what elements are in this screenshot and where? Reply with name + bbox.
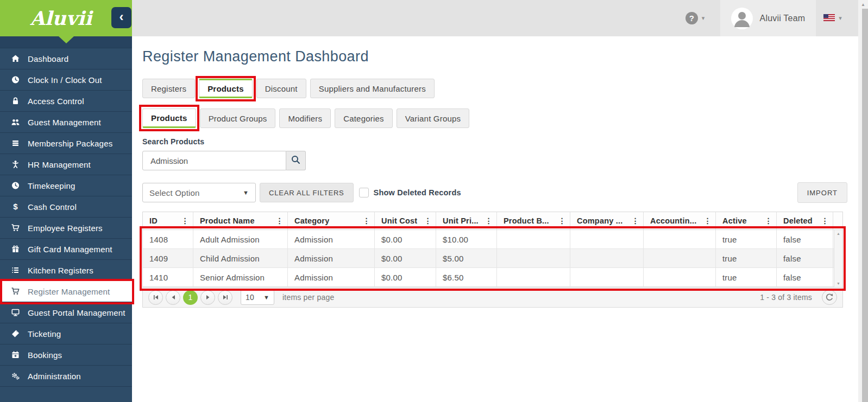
column-menu-icon[interactable]: ⋮ — [704, 216, 712, 225]
next-page-icon — [205, 294, 211, 301]
tab-products[interactable]: Products — [199, 79, 253, 98]
clear-all-filters-button[interactable]: CLEAR ALL FILTERS — [260, 183, 354, 202]
lock-icon — [10, 97, 20, 106]
sidebar-item-dashboard[interactable]: Dashboard — [0, 48, 132, 69]
column-header-accountin[interactable]: Accountin...⋮ — [644, 212, 716, 229]
checklist-icon — [10, 266, 20, 275]
sidebar-item-ticketing[interactable]: Ticketing — [0, 323, 132, 344]
sidebar-item-bookings[interactable]: Bookings — [0, 344, 132, 366]
table-cell — [570, 268, 644, 286]
tab-product-groups[interactable]: Product Groups — [200, 109, 276, 128]
import-button[interactable]: IMPORT — [797, 182, 847, 203]
sidebar-item-kitchen-registers[interactable]: Kitchen Registers — [0, 260, 132, 281]
refresh-button[interactable] — [822, 290, 837, 305]
column-header-product-b[interactable]: Product B...⋮ — [497, 212, 570, 229]
tab-registers[interactable]: Registers — [142, 79, 195, 98]
svg-text:$: $ — [13, 202, 18, 211]
column-menu-icon[interactable]: ⋮ — [424, 216, 432, 225]
table-cell — [644, 268, 716, 286]
column-header-unit-pri[interactable]: Unit Pri...⋮ — [436, 212, 497, 229]
tab-discount[interactable]: Discount — [256, 79, 306, 98]
first-page-button[interactable] — [148, 290, 163, 305]
sidebar-item-membership-packages[interactable]: Membership Packages — [0, 133, 132, 154]
sidebar-item-clock-in-clock-out[interactable]: Clock In / Clock Out — [0, 69, 132, 91]
page-scrollbar[interactable]: ▲ — [858, 0, 868, 402]
person-icon — [10, 160, 20, 169]
scrollbar-thumb[interactable] — [862, 9, 868, 402]
help-menu[interactable]: ? ▾ — [685, 12, 705, 24]
main-tabstrip: RegistersProductsDiscountSuppliers and M… — [142, 79, 847, 98]
search-input[interactable] — [142, 151, 286, 170]
filter-select[interactable]: Select Option ▼ — [142, 183, 256, 202]
scroll-up-icon[interactable]: ▲ — [858, 0, 868, 9]
column-header-unit-cost[interactable]: Unit Cost⋮ — [375, 212, 436, 229]
table-row[interactable]: 1409Child AdmissionAdmission$0.00$5.00tr… — [143, 249, 842, 268]
gift-icon — [10, 245, 20, 254]
column-menu-icon[interactable]: ⋮ — [363, 216, 370, 225]
column-label: Company ... — [577, 216, 622, 225]
sidebar-item-access-control[interactable]: Access Control — [0, 91, 132, 112]
current-page-button[interactable]: 1 — [183, 290, 198, 305]
tab-variant-groups[interactable]: Variant Groups — [397, 109, 470, 128]
table-cell: $5.00 — [436, 249, 497, 267]
column-menu-icon[interactable]: ⋮ — [765, 216, 772, 225]
column-menu-icon[interactable]: ⋮ — [181, 216, 189, 225]
column-menu-icon[interactable]: ⋮ — [632, 216, 639, 225]
table-cell — [570, 230, 644, 248]
column-menu-icon[interactable]: ⋮ — [821, 216, 829, 225]
sidebar-item-guest-management[interactable]: Guest Management — [0, 112, 132, 133]
column-header-company[interactable]: Company ...⋮ — [570, 212, 644, 229]
column-menu-icon[interactable]: ⋮ — [485, 216, 493, 225]
previous-page-button[interactable] — [166, 290, 180, 305]
show-deleted-label: Show Deleted Records — [374, 188, 461, 197]
sidebar-item-gift-card-management[interactable]: Gift Card Management — [0, 239, 132, 260]
table-cell: false — [777, 249, 833, 267]
last-page-button[interactable] — [218, 290, 232, 305]
table-cell: $0.00 — [375, 230, 436, 248]
table-row[interactable]: 1408Adult AdmissionAdmission$0.00$10.00t… — [143, 230, 842, 249]
show-deleted-checkbox[interactable] — [359, 188, 369, 197]
column-label: Product B... — [504, 216, 549, 225]
stack-icon — [10, 139, 20, 148]
table-cell: $6.50 — [436, 268, 497, 286]
clock-icon — [10, 75, 20, 85]
tab-suppliers-and-manufacturers[interactable]: Suppliers and Manufacturers — [310, 79, 435, 98]
sidebar-item-label: Employee Registers — [28, 224, 103, 233]
sidebar-item-cash-control[interactable]: $Cash Control — [0, 196, 132, 218]
avatar — [731, 8, 753, 29]
clock-icon — [10, 181, 20, 190]
user-menu[interactable]: Aluvii Team — [720, 0, 816, 36]
column-header-product-name[interactable]: Product Name⋮ — [193, 212, 288, 229]
next-page-button[interactable] — [200, 290, 215, 305]
sidebar-item-administration[interactable]: Administration — [0, 366, 132, 387]
language-selector[interactable]: ▾ — [823, 14, 842, 23]
tab-products[interactable]: Products — [142, 109, 196, 128]
sidebar-item-label: Timekeeping — [28, 181, 76, 190]
sidebar-item-register-management[interactable]: Register Management — [0, 281, 132, 302]
tab-modifiers[interactable]: Modifiers — [279, 109, 331, 128]
sidebar-item-label: Access Control — [28, 97, 84, 106]
column-header-deleted[interactable]: Deleted⋮ — [777, 212, 833, 229]
sidebar-item-label: Guest Portal Management — [28, 308, 125, 317]
search-button[interactable] — [286, 151, 306, 170]
tab-categories[interactable]: Categories — [335, 109, 393, 128]
sidebar-item-label: Gift Card Management — [28, 245, 112, 254]
column-menu-icon[interactable]: ⋮ — [558, 216, 566, 225]
sidebar-item-hr-management[interactable]: HR Management — [0, 154, 132, 175]
sidebar-item-guest-portal-management[interactable]: Guest Portal Management — [0, 302, 132, 323]
column-header-id[interactable]: ID⋮ — [143, 212, 193, 229]
column-menu-icon[interactable]: ⋮ — [276, 216, 284, 225]
table-cell — [644, 249, 716, 267]
table-cell: Admission — [288, 230, 375, 248]
users-icon — [10, 118, 20, 127]
sidebar-item-employee-registers[interactable]: Employee Registers — [0, 218, 132, 239]
sidebar-item-timekeeping[interactable]: Timekeeping — [0, 175, 132, 196]
grid-body: 1408Adult AdmissionAdmission$0.00$10.00t… — [143, 230, 842, 287]
grid-scrollbar[interactable]: ▲ ▼ — [834, 230, 842, 287]
table-row[interactable]: 1410Senior AdmissionAdmission$0.00$6.50t… — [143, 268, 842, 287]
chevron-left-icon: ‹ — [119, 9, 123, 24]
column-header-category[interactable]: Category⋮ — [288, 212, 375, 229]
sidebar-collapse-button[interactable]: ‹ — [111, 7, 131, 28]
page-size-select[interactable]: 10 ▼ — [241, 290, 274, 305]
column-header-active[interactable]: Active⋮ — [716, 212, 777, 229]
